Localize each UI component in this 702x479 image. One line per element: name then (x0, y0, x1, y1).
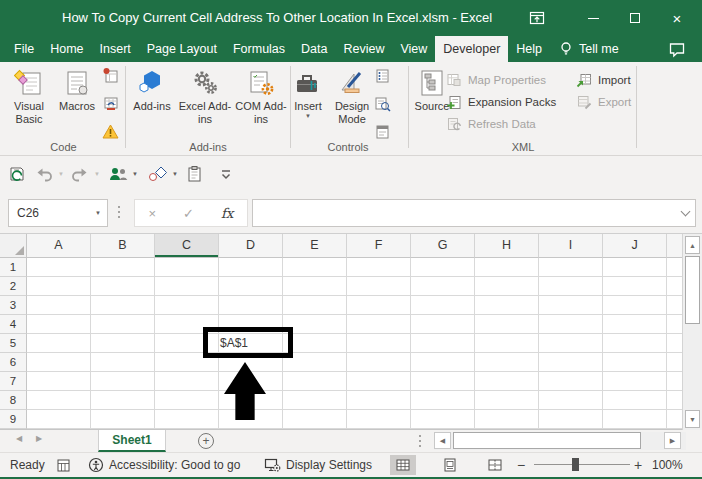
record-macro-button[interactable] (102, 67, 119, 88)
enter-button[interactable]: ✓ (183, 206, 194, 221)
column-header-i[interactable]: I (539, 234, 603, 258)
select-all-button[interactable] (0, 234, 27, 258)
column-header-j[interactable]: J (603, 234, 667, 258)
zoom-slider-track[interactable] (534, 464, 630, 465)
row-header-1[interactable]: 1 (0, 258, 27, 277)
source-label: Source (415, 100, 450, 113)
name-box[interactable]: C26 ▼ (8, 199, 108, 227)
tab-help[interactable]: Help (508, 36, 550, 62)
scroll-up-button[interactable]: ▲ (685, 236, 700, 254)
row-header-2[interactable]: 2 (0, 277, 27, 296)
new-sheet-button[interactable]: + (198, 433, 214, 449)
horizontal-scrollbar[interactable]: ◀ ▶ (434, 432, 686, 450)
insert-dropdown-icon[interactable]: ▼ (305, 113, 311, 119)
save-button[interactable] (8, 164, 26, 184)
view-normal-button[interactable] (390, 455, 416, 475)
zoom-level[interactable]: 100% (652, 453, 683, 477)
vertical-scroll-thumb[interactable] (685, 256, 700, 324)
column-header-f[interactable]: F (347, 234, 411, 258)
tab-scroll-grip[interactable] (419, 435, 421, 447)
scroll-right-button[interactable]: ▶ (664, 432, 681, 449)
row-header-5[interactable]: 5 (0, 334, 27, 353)
triangle-up-icon: ▲ (689, 242, 696, 249)
comments-button[interactable] (664, 38, 690, 60)
macros-label: Macros (59, 100, 95, 113)
addins-button[interactable]: Add-ins (130, 64, 174, 113)
tab-formulas[interactable]: Formulas (225, 36, 293, 62)
insert-control-button[interactable]: Insert ▼ (288, 64, 328, 119)
ribbon-display-options-button[interactable] (522, 4, 552, 32)
zoom-out-button[interactable]: − (517, 453, 525, 477)
column-header-h[interactable]: H (475, 234, 539, 258)
column-header-b[interactable]: B (91, 234, 155, 258)
macro-recording-button[interactable] (56, 453, 71, 477)
row-header-3[interactable]: 3 (0, 296, 27, 315)
clipboard-button[interactable] (186, 164, 202, 184)
column-header-a[interactable]: A (27, 234, 91, 258)
com-addins-button[interactable]: COM Add-ins (234, 64, 288, 126)
minimize-button[interactable] (578, 4, 608, 32)
row-header-9[interactable]: 9 (0, 410, 27, 429)
column-header-c-selected[interactable]: C (155, 234, 219, 258)
tab-file[interactable]: File (6, 36, 42, 62)
shapes-button[interactable]: ▼ (148, 164, 178, 184)
expansion-packs-button[interactable]: Expansion Packs (446, 94, 556, 110)
row-header-4[interactable]: 4 (0, 315, 27, 334)
tab-view[interactable]: View (392, 36, 435, 62)
tell-me-control[interactable]: Tell me (558, 36, 619, 62)
use-relative-references-button[interactable] (102, 95, 119, 116)
undo-button[interactable]: ▼ (34, 164, 64, 184)
row-header-7[interactable]: 7 (0, 372, 27, 391)
expand-formula-bar-icon[interactable] (681, 207, 691, 217)
previous-sheet-button[interactable]: ◀ (16, 434, 22, 443)
share-dropdown-icon[interactable]: ▼ (132, 171, 138, 177)
formula-input[interactable] (252, 199, 696, 227)
insert-function-button[interactable]: fx (221, 205, 234, 221)
column-header-partial[interactable] (667, 234, 682, 258)
tab-page-layout[interactable]: Page Layout (139, 36, 225, 62)
tab-home[interactable]: Home (42, 36, 91, 62)
properties-button[interactable] (374, 67, 391, 88)
customize-qat-button[interactable] (220, 164, 232, 184)
formula-bar-grip[interactable] (118, 206, 120, 218)
column-header-d[interactable]: D (219, 234, 283, 258)
redo-dropdown-icon[interactable]: ▼ (94, 171, 100, 177)
view-code-button[interactable] (374, 95, 391, 116)
zoom-in-button[interactable]: + (634, 453, 642, 477)
name-box-dropdown-icon[interactable]: ▼ (95, 210, 101, 216)
vertical-scrollbar[interactable]: ▲ ▼ (682, 234, 702, 430)
design-mode-button[interactable]: Design Mode (330, 64, 374, 126)
macros-button[interactable]: Macros (54, 64, 100, 113)
scroll-down-button[interactable]: ▼ (685, 410, 700, 428)
accessibility-status[interactable]: Accessibility: Good to go (88, 453, 240, 477)
tab-data[interactable]: Data (293, 36, 335, 62)
tab-developer[interactable]: Developer (435, 36, 508, 62)
column-header-g[interactable]: G (411, 234, 475, 258)
close-button[interactable]: × (662, 4, 692, 32)
tab-insert[interactable]: Insert (92, 36, 139, 62)
formula-button-panel: × ✓ fx (134, 199, 248, 227)
visual-basic-button[interactable]: Visual Basic (6, 64, 52, 126)
shapes-dropdown-icon[interactable]: ▼ (172, 171, 178, 177)
display-settings-button[interactable]: Display Settings (264, 453, 372, 477)
undo-dropdown-icon[interactable]: ▼ (58, 171, 64, 177)
column-header-e[interactable]: E (283, 234, 347, 258)
cancel-button[interactable]: × (148, 206, 156, 221)
macro-security-warning-icon (102, 123, 119, 140)
import-button[interactable]: Import (576, 72, 631, 88)
view-page-break-button[interactable] (482, 455, 508, 475)
redo-button[interactable]: ▼ (70, 164, 100, 184)
tab-review[interactable]: Review (335, 36, 392, 62)
horizontal-scroll-thumb[interactable] (453, 432, 641, 449)
next-sheet-button[interactable]: ▶ (36, 434, 42, 443)
grid-cells[interactable] (27, 258, 682, 429)
maximize-button[interactable] (620, 4, 650, 32)
excel-addins-button[interactable]: Excel Add-ins (178, 64, 232, 126)
zoom-slider-handle[interactable] (572, 458, 579, 471)
row-header-6[interactable]: 6 (0, 353, 27, 372)
view-page-layout-button[interactable] (437, 455, 463, 475)
sheet-tab-sheet1[interactable]: Sheet1 (98, 430, 166, 452)
share-collaborate-button[interactable]: ▼ (108, 164, 138, 184)
scroll-left-button[interactable]: ◀ (434, 432, 451, 449)
row-header-8[interactable]: 8 (0, 391, 27, 410)
